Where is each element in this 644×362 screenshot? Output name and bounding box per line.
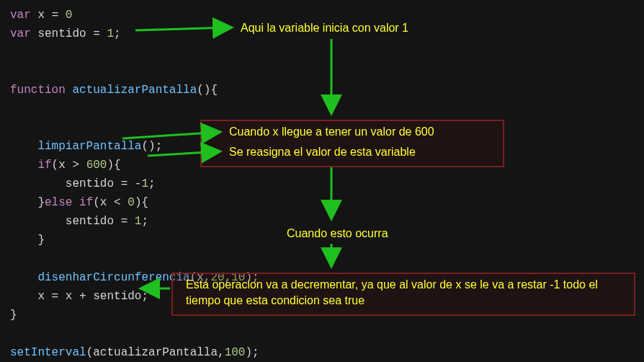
keyword-else: else <box>45 196 72 209</box>
fn-limpiarPantalla: limpiarPantalla <box>37 140 141 153</box>
fn-setInterval: setInterval <box>10 346 86 359</box>
fn-disenharCircunferencia: disenharCircunferencia <box>37 271 189 284</box>
keyword-if: if <box>79 196 93 209</box>
annotation-5: Esta operacion va a decrementar, ya que … <box>186 277 624 309</box>
annotation-1: Aqui la variable inicia con valor 1 <box>241 20 408 36</box>
fn-actualizarPantalla: actualizarPantalla <box>72 84 197 97</box>
annotation-2: Cuando x llegue a tener un valor de 600 <box>229 124 434 140</box>
annotation-4: Cuando esto ocurra <box>287 226 388 242</box>
keyword-if: if <box>37 159 51 172</box>
keyword-var: var <box>10 27 31 40</box>
annotation-3: Se reasigna el valor de esta variable <box>229 144 416 160</box>
keyword-var: var <box>10 9 31 22</box>
keyword-function: function <box>10 84 66 97</box>
